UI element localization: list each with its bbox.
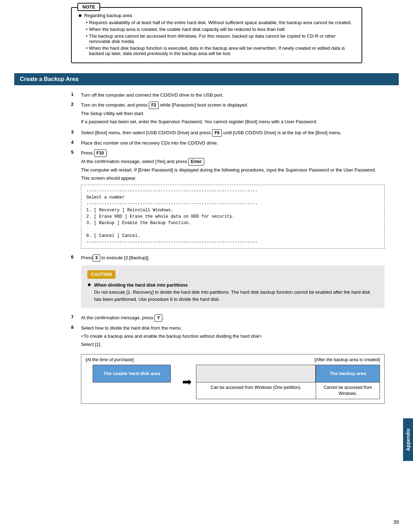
screen-cancel: 0. [ Cancel ] Cancel.: [86, 233, 379, 239]
note-sub-bullets: Requires availability of at least half o…: [78, 20, 355, 56]
step-content-3: Select [Boot] menu, then select [USB CD/…: [81, 129, 385, 137]
step-1: 1 Turn off the computer and connect the …: [71, 92, 385, 99]
key-y: Y: [154, 314, 162, 322]
note-sub-bullet-4: When the hard disk backup function is ex…: [86, 45, 355, 56]
screen-sep3: ----------------------------------------…: [86, 239, 379, 245]
step-content-7: At the confirmation message, press Y.: [81, 314, 385, 322]
page-number: 39: [393, 519, 399, 525]
step-num-7: 7: [71, 314, 81, 320]
step-num-1: 1: [71, 92, 81, 97]
note-main-bullet: ● Regarding backup area: [78, 13, 355, 18]
step-content-8: Select how to divide the hard disk from …: [81, 325, 385, 404]
step-content-6: Press3 to execute [3.[Backup]]. CAUTION …: [81, 254, 385, 311]
screen-sep2: ----------------------------------------…: [86, 201, 379, 207]
diagram-main: The usable hard disk area ➡: [81, 365, 384, 403]
screen-item-1: 1. [ Recovery ] Reinstall Windows.: [86, 207, 379, 213]
step-num-4: 4: [71, 140, 81, 145]
note-sub-bullet-1: Requires availability of at least half o…: [86, 20, 355, 25]
step-5: 5 Press F10. At the confirmation message…: [71, 150, 385, 251]
step-6: 6 Press3 to execute [3.[Backup]]. CAUTIO…: [71, 254, 385, 311]
key-f6: F6: [212, 129, 222, 137]
diagram-bottom-left-label: Can be accessed from Windows (One partit…: [196, 382, 316, 399]
appendix-tab: Appendix: [403, 418, 413, 461]
key-enter: Enter: [188, 158, 204, 165]
diagram-label-right: [After the backup area is created]: [315, 357, 380, 363]
screen-select: Select a number: [86, 194, 379, 201]
screen-sep1: ----------------------------------------…: [86, 188, 379, 194]
caution-label: CAUTION: [87, 270, 115, 279]
diagram-label-left: [At the time of purchase]: [86, 357, 134, 363]
diagram-right-inner: The backup area Can be accessed from Win…: [196, 365, 380, 399]
note-label: NOTE: [77, 3, 100, 11]
note-section: ● Regarding backup area Requires availab…: [78, 13, 355, 56]
step-num-3: 3: [71, 129, 81, 135]
caution-dot: ●: [87, 281, 91, 288]
screen-item-3: 3. [ Backup ] Enable the Backup function…: [86, 220, 379, 226]
step-content-5: Press F10. At the confirmation message, …: [81, 150, 385, 251]
diagram-right: The backup area Can be accessed from Win…: [196, 365, 380, 399]
step-content-2: Turn on the computer, and press F2 while…: [81, 102, 385, 126]
note-sub-bullet-2: When the backup area is created, the usa…: [86, 27, 355, 32]
step-num-8: 8: [71, 325, 81, 330]
note-sub-bullet-3: The backup area cannot be accessed from …: [86, 33, 355, 44]
backup-disk-box: The backup area: [316, 365, 380, 382]
step-7: 7 At the confirmation message, press Y.: [71, 314, 385, 322]
diagram-left: The usable hard disk area: [86, 365, 178, 399]
caution-box: CAUTION ● When dividing the hard disk in…: [81, 265, 385, 308]
caution-bullet: ● When dividing the hard disk into parti…: [87, 282, 378, 303]
step-8: 8 Select how to divide the hard disk fro…: [71, 325, 385, 404]
bullet-dot: ●: [78, 12, 82, 18]
diagram-bottom-right-label: Cannot be accessed from Windows.: [316, 382, 380, 399]
diagram-right-bottom: Can be accessed from Windows (One partit…: [196, 382, 380, 399]
arrow-right: ➡: [178, 365, 196, 399]
step-num-2: 2: [71, 102, 81, 107]
diagram-right-top: The backup area: [196, 365, 380, 382]
diagram-top-labels: [At the time of purchase] [After the bac…: [81, 354, 384, 365]
screen-blank: [86, 226, 379, 233]
step-4: 4 Place disc number one of the recovery …: [71, 140, 385, 147]
caution-content: ● When dividing the hard disk into parti…: [87, 282, 378, 303]
note-box: NOTE ● Regarding backup area Requires av…: [71, 7, 362, 63]
diagram-area: [At the time of purchase] [After the bac…: [81, 354, 385, 404]
step-3: 3 Select [Boot] menu, then select [USB C…: [71, 129, 385, 137]
step-num-6: 6: [71, 254, 81, 260]
key-3: 3: [93, 254, 100, 262]
step-content-4: Place disc number one of the recovery CD…: [81, 140, 385, 147]
key-f10: F10: [94, 150, 107, 157]
disk-left-half: [196, 365, 316, 382]
steps-container: 1 Turn off the computer and connect the …: [14, 92, 399, 404]
step-num-5: 5: [71, 150, 81, 155]
step-content-1: Turn off the computer and connect the CD…: [81, 92, 385, 99]
screen-box: ----------------------------------------…: [81, 185, 385, 249]
screen-item-2: 2. [ Erase HDD ] Erase the whole data on…: [86, 213, 379, 220]
usable-disk-box: The usable hard disk area: [93, 365, 171, 382]
step-2: 2 Turn on the computer, and press F2 whi…: [71, 102, 385, 126]
section-header: Create a Backup Area: [14, 73, 399, 85]
key-f2: F2: [149, 102, 159, 109]
